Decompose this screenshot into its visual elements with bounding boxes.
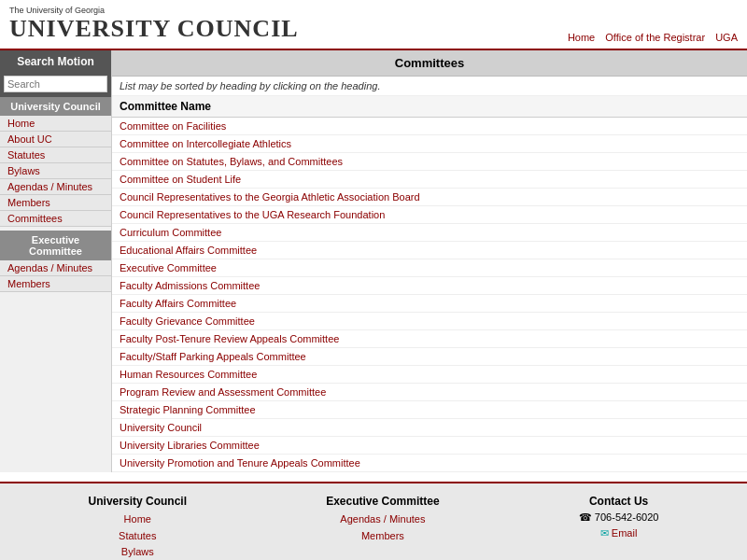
- table-row: Faculty/Staff Parking Appeals Committee: [112, 348, 747, 366]
- search-section-header: Search Motion: [0, 50, 111, 73]
- committee-link[interactable]: Educational Affairs Committee: [120, 245, 257, 256]
- committee-link[interactable]: Committee on Statutes, Bylaws, and Commi…: [120, 156, 343, 167]
- header-nav: Home Office of the Registrar UGA: [560, 32, 738, 43]
- footer-ec-agendas[interactable]: Agendas / Minutes: [326, 511, 439, 528]
- table-row: Faculty Affairs Committee: [112, 295, 747, 313]
- committee-link[interactable]: Council Representatives to the UGA Resea…: [120, 209, 385, 220]
- committee-link[interactable]: Curriculum Committee: [120, 227, 221, 238]
- sidebar-item-members[interactable]: Members: [0, 195, 111, 211]
- footer-uc-bylaws[interactable]: Bylaws: [89, 544, 187, 560]
- logo: The University of Georgia UNIVERSITY COU…: [9, 6, 299, 43]
- search-box: [0, 73, 111, 97]
- committee-name-header[interactable]: Committee Name: [112, 96, 747, 118]
- email-icon: ✉: [600, 527, 609, 539]
- footer-columns: University Council Home Statutes Bylaws …: [19, 495, 728, 560]
- table-row: Human Resources Committee: [112, 366, 747, 384]
- sidebar-item-committees[interactable]: Committees: [0, 211, 111, 227]
- footer-phone: 706-542-6020: [579, 511, 659, 524]
- table-row: Faculty Admissions Committee: [112, 277, 747, 295]
- committee-link[interactable]: Faculty/Staff Parking Appeals Committee: [120, 351, 306, 362]
- table-row: Executive Committee: [112, 259, 747, 277]
- table-row: University Council: [112, 419, 747, 437]
- committee-link[interactable]: Faculty Admissions Committee: [120, 280, 260, 291]
- footer-uc-title: University Council: [89, 495, 187, 508]
- table-row: Committee on Student Life: [112, 171, 747, 189]
- committee-link[interactable]: Committee on Student Life: [120, 174, 241, 185]
- page-header: The University of Georgia UNIVERSITY COU…: [0, 0, 747, 50]
- table-row: Educational Affairs Committee: [112, 242, 747, 259]
- search-input[interactable]: [4, 76, 107, 92]
- committee-link[interactable]: Council Representatives to the Georgia A…: [120, 191, 420, 203]
- sidebar-item-home[interactable]: Home: [0, 116, 111, 132]
- header-nav-home[interactable]: Home: [568, 32, 595, 43]
- committees-table: Committee Name Committee on FacilitiesCo…: [112, 96, 747, 472]
- sidebar-item-agendas-minutes[interactable]: Agendas / Minutes: [0, 179, 111, 195]
- header-nav-registrar[interactable]: Office of the Registrar: [605, 32, 705, 43]
- committee-link[interactable]: University Libraries Committee: [120, 440, 260, 451]
- university-name: The University of Georgia: [9, 6, 299, 15]
- sidebar-item-statutes[interactable]: Statutes: [0, 147, 111, 163]
- main-layout: Search Motion University Council Home Ab…: [0, 50, 747, 472]
- sidebar-item-about-uc[interactable]: About UC: [0, 132, 111, 147]
- sort-note: List may be sorted by heading by clickin…: [112, 77, 747, 96]
- footer-uc-home[interactable]: Home: [89, 511, 187, 528]
- footer-uc-col: University Council Home Statutes Bylaws …: [89, 495, 187, 560]
- header-nav-uga[interactable]: UGA: [715, 32, 738, 43]
- footer-ec-col: Executive Committee Agendas / Minutes Me…: [326, 495, 439, 560]
- footer-contact-col: Contact Us 706-542-6020 ✉ Email: [579, 495, 659, 560]
- table-row: Curriculum Committee: [112, 224, 747, 242]
- table-row: Committee on Intercollegiate Athletics: [112, 135, 747, 153]
- committee-link[interactable]: Faculty Grievance Committee: [120, 315, 255, 327]
- committee-link[interactable]: Committee on Intercollegiate Athletics: [120, 138, 291, 149]
- sidebar: Search Motion University Council Home Ab…: [0, 50, 112, 472]
- sidebar-item-ec-members[interactable]: Members: [0, 276, 111, 292]
- table-row: University Libraries Committee: [112, 437, 747, 455]
- ec-section-title: Executive Committee: [0, 231, 111, 260]
- committee-link[interactable]: Committee on Facilities: [120, 120, 226, 132]
- table-row: Faculty Post-Tenure Review Appeals Commi…: [112, 330, 747, 348]
- table-row: Committee on Statutes, Bylaws, and Commi…: [112, 153, 747, 171]
- table-row: University Promotion and Tenure Appeals …: [112, 455, 747, 472]
- footer-ec-members[interactable]: Members: [326, 528, 439, 545]
- table-row: Strategic Planning Committee: [112, 401, 747, 419]
- footer-ec-title: Executive Committee: [326, 495, 439, 508]
- main-content: Committees List may be sorted by heading…: [112, 50, 747, 472]
- committee-list: Committee on FacilitiesCommittee on Inte…: [112, 118, 747, 472]
- committee-link[interactable]: University Council: [120, 422, 202, 433]
- footer-uc-statutes[interactable]: Statutes: [89, 528, 187, 545]
- table-row: Program Review and Assessment Committee: [112, 384, 747, 401]
- uc-section-title: University Council: [0, 97, 111, 116]
- sidebar-item-bylaws[interactable]: Bylaws: [0, 163, 111, 179]
- committee-link[interactable]: Faculty Post-Tenure Review Appeals Commi…: [120, 333, 339, 344]
- table-row: Faculty Grievance Committee: [112, 313, 747, 330]
- table-row: Committee on Facilities: [112, 118, 747, 135]
- committee-link[interactable]: Program Review and Assessment Committee: [120, 386, 326, 398]
- page-footer: University Council Home Statutes Bylaws …: [0, 482, 747, 560]
- committee-link[interactable]: Strategic Planning Committee: [120, 404, 256, 415]
- committee-link[interactable]: University Promotion and Tenure Appeals …: [120, 457, 360, 469]
- email-label: Email: [612, 527, 638, 539]
- footer-contact-title: Contact Us: [579, 495, 659, 508]
- committee-link[interactable]: Executive Committee: [120, 262, 217, 273]
- content-title: Committees: [112, 50, 747, 77]
- footer-email[interactable]: ✉ Email: [579, 525, 659, 542]
- table-row: Council Representatives to the Georgia A…: [112, 189, 747, 206]
- table-row: Council Representatives to the UGA Resea…: [112, 206, 747, 224]
- committee-link[interactable]: Human Resources Committee: [120, 369, 257, 380]
- sidebar-item-ec-agendas[interactable]: Agendas / Minutes: [0, 260, 111, 276]
- site-title: UNIVERSITY COUNCIL: [9, 15, 299, 43]
- committee-link[interactable]: Faculty Affairs Committee: [120, 298, 236, 309]
